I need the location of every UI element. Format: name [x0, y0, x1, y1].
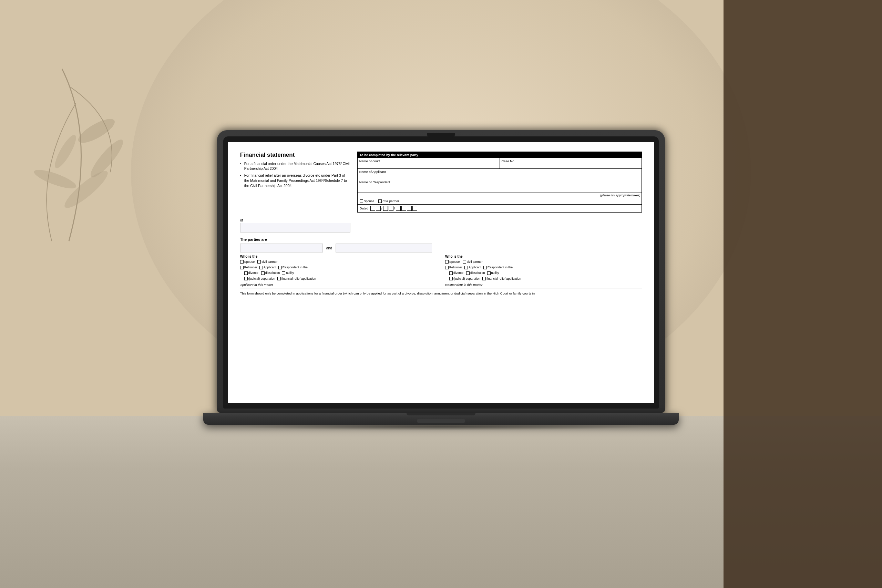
- cb-nullity-l[interactable]: [282, 272, 285, 275]
- date-y2[interactable]: [401, 206, 406, 211]
- name-of-respondent-cell: Name of Respondent: [358, 179, 642, 192]
- screen-bezel: Financial statement For a financial orde…: [223, 136, 659, 408]
- lbl-nullity-l: nullity: [286, 270, 294, 276]
- date-m2[interactable]: [388, 206, 393, 211]
- bullet-1: For a financial order under the Matrimon…: [240, 161, 350, 171]
- lbl-judicial-r: (judicial) separation: [453, 276, 480, 281]
- lbl-respondent-l: Respondent in the: [282, 265, 308, 270]
- lbl-applicant-l: Applicant: [264, 265, 276, 270]
- cb-spouse-l[interactable]: [240, 260, 244, 264]
- svg-point-1: [87, 136, 127, 181]
- doc-left: Financial statement For a financial orde…: [240, 152, 350, 213]
- date-m1[interactable]: [383, 206, 388, 211]
- applicant-in-matter-label: Applicant in this matter: [240, 283, 437, 286]
- cb-divorce-r[interactable]: [449, 272, 453, 275]
- cb-respondent-l[interactable]: [278, 266, 282, 269]
- of-label: of: [240, 218, 642, 222]
- cb-financial-r[interactable]: [482, 277, 486, 280]
- who-title-right: Who is the: [445, 255, 642, 258]
- cb-nullity-r[interactable]: [487, 272, 490, 275]
- document-area: Financial statement For a financial orde…: [228, 142, 655, 403]
- party1-input[interactable]: [240, 243, 323, 252]
- svg-point-4: [52, 133, 80, 171]
- and-label: and: [326, 246, 333, 250]
- who-title-left: Who is the: [240, 255, 437, 258]
- date-y3[interactable]: [407, 206, 412, 211]
- date-y1[interactable]: [396, 206, 401, 211]
- lbl-divorce-r: divorce: [453, 270, 464, 276]
- desk-surface: [0, 416, 882, 588]
- party2-input[interactable]: [336, 243, 432, 252]
- tick-note: (please tick appropriate boxes): [358, 192, 642, 198]
- parties-title: The parties are: [240, 237, 642, 242]
- cb-divorce-l[interactable]: [244, 272, 248, 275]
- lbl-civil-r: civil partner: [467, 260, 483, 264]
- lbl-divorce-l: divorce: [248, 270, 258, 276]
- lbl-dissolution-r: dissolution: [470, 270, 485, 276]
- name-of-court-label: Name of court: [359, 159, 498, 163]
- svg-point-2: [32, 166, 78, 192]
- date-d2[interactable]: [376, 206, 381, 211]
- cb-judicial-l[interactable]: [244, 277, 248, 280]
- civil-partner-checkbox-item: Civil partner: [378, 200, 399, 203]
- who-section-left: Who is the Spouse civil partner: [240, 255, 437, 286]
- checkboxes-row: Spouse Civil partner: [358, 198, 642, 204]
- spouse-checkbox-item: Spouse: [360, 200, 375, 203]
- cb-applicant-r[interactable]: [464, 266, 468, 269]
- date-sep2: /: [394, 206, 395, 210]
- lbl-nullity-r: nullity: [491, 270, 499, 276]
- laptop: Financial statement For a financial orde…: [203, 130, 679, 430]
- dated-label: Dated: [360, 206, 368, 210]
- case-no-cell: Case No.: [500, 158, 642, 168]
- name-of-respondent-label: Name of Respondent: [359, 180, 640, 184]
- camera-notch: [427, 133, 455, 138]
- civil-partner-label: Civil partner: [382, 200, 399, 203]
- laptop-lid: Financial statement For a financial orde…: [217, 130, 665, 412]
- name-of-court-cell: Name of court: [358, 158, 500, 168]
- date-sep1: /: [381, 206, 382, 210]
- lbl-petitioner-r: Petitioner: [449, 265, 462, 270]
- spouse-checkbox[interactable]: [360, 200, 363, 203]
- cb-respondent-r[interactable]: [483, 266, 487, 269]
- lbl-financial-l: financial relief application: [282, 276, 316, 281]
- document-bullets: For a financial order under the Matrimon…: [240, 161, 350, 188]
- laptop-hinge: [406, 412, 476, 416]
- cb-petitioner-l[interactable]: [240, 266, 244, 269]
- parties-row: and: [240, 243, 642, 252]
- doc-top-section: Financial statement For a financial orde…: [240, 152, 642, 213]
- name-of-applicant-label: Name of Applicant: [359, 170, 640, 174]
- who-section-right: Who is the Spouse civil partner: [445, 255, 642, 286]
- cb-petitioner-r[interactable]: [445, 266, 448, 269]
- lbl-applicant-r: Applicant: [469, 265, 481, 270]
- civil-partner-checkbox[interactable]: [378, 200, 382, 203]
- section-divider: [240, 289, 642, 289]
- form-box-header: To be completed by the relevant party: [358, 152, 642, 158]
- lbl-dissolution-l: dissolution: [265, 270, 280, 276]
- cb-dissolution-l[interactable]: [261, 272, 265, 275]
- cb-dissolution-r[interactable]: [466, 272, 470, 275]
- who-checkboxes-left: Spouse civil partner Petitioner Applica: [240, 260, 437, 281]
- who-container: Who is the Spouse civil partner: [240, 255, 642, 286]
- lbl-financial-r: financial relief application: [486, 276, 521, 281]
- date-y4[interactable]: [412, 206, 417, 211]
- cb-spouse-r[interactable]: [445, 260, 448, 264]
- cb-civil-l[interactable]: [257, 260, 261, 264]
- cb-applicant-l[interactable]: [260, 266, 263, 269]
- laptop-base: [203, 412, 679, 425]
- screen-content: Financial statement For a financial orde…: [228, 142, 655, 403]
- date-d1[interactable]: [370, 206, 375, 211]
- form-box: To be completed by the relevant party Na…: [357, 152, 642, 213]
- spouse-label: Spouse: [364, 200, 375, 203]
- cb-financial-l[interactable]: [278, 277, 281, 280]
- lbl-spouse-l: Spouse: [244, 260, 255, 264]
- lbl-spouse-r: Spouse: [449, 260, 460, 264]
- lbl-civil-l: civil partner: [261, 260, 278, 264]
- cb-judicial-r[interactable]: [449, 277, 453, 280]
- lbl-respondent-r: Respondent in the: [488, 265, 513, 270]
- date-boxes: / /: [370, 206, 417, 211]
- of-section: of: [240, 218, 642, 232]
- lbl-petitioner-l: Petitioner: [244, 265, 257, 270]
- case-no-label: Case No.: [502, 159, 640, 163]
- cb-civil-r[interactable]: [463, 260, 466, 264]
- of-input[interactable]: [240, 223, 350, 232]
